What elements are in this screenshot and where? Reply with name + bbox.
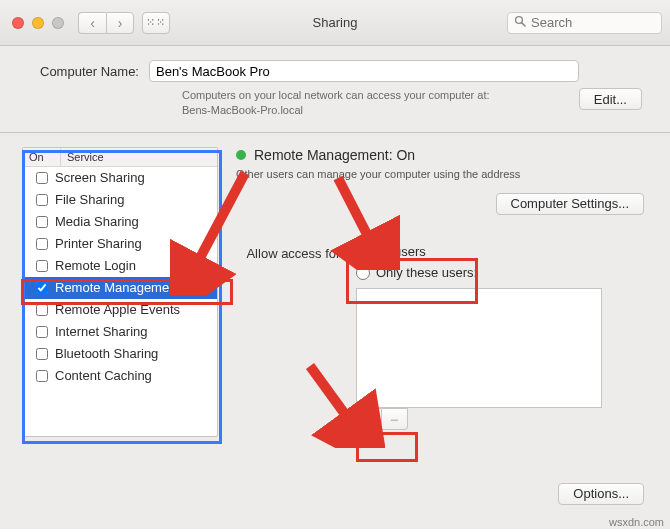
chevron-right-icon: › — [118, 15, 123, 31]
service-enable-checkbox[interactable] — [36, 238, 48, 250]
allowed-users-list[interactable] — [356, 288, 602, 408]
service-label: File Sharing — [55, 192, 124, 207]
service-enable-checkbox[interactable] — [36, 348, 48, 360]
minus-icon: − — [390, 411, 399, 428]
computer-name-help: Computers on your local network can acce… — [182, 88, 490, 118]
service-row[interactable]: Bluetooth Sharing — [23, 343, 217, 365]
service-label: Remote Login — [55, 258, 136, 273]
status-subtitle: Other users can manage your computer usi… — [236, 167, 556, 182]
service-row[interactable]: Internet Sharing — [23, 321, 217, 343]
service-label: Content Caching — [55, 368, 152, 383]
allow-access-radios: All users Only these users: — [356, 244, 477, 280]
allow-access-label: Allow access for: — [236, 244, 344, 280]
service-enable-checkbox[interactable] — [36, 370, 48, 382]
col-service: Service — [61, 148, 110, 166]
options-button[interactable]: Options... — [558, 483, 644, 505]
radio-all-users-input[interactable] — [356, 245, 370, 259]
radio-all-users-label: All users — [376, 244, 426, 259]
chevron-left-icon: ‹ — [90, 15, 95, 31]
col-on: On — [23, 148, 61, 166]
service-enable-checkbox[interactable] — [36, 172, 48, 184]
service-label: Media Sharing — [55, 214, 139, 229]
service-row[interactable]: Media Sharing — [23, 211, 217, 233]
service-enable-checkbox[interactable] — [36, 282, 48, 294]
radio-only-users[interactable]: Only these users: — [356, 265, 477, 280]
status-indicator-icon — [236, 150, 246, 160]
add-remove-users: + − — [356, 408, 648, 430]
show-all-button[interactable]: ⁙⁙ — [142, 12, 170, 34]
status-title: Remote Management: On — [254, 147, 415, 163]
computer-name-input[interactable] — [149, 60, 579, 82]
service-row[interactable]: Remote Management — [23, 277, 217, 299]
service-label: Remote Apple Events — [55, 302, 180, 317]
computer-settings-button[interactable]: Computer Settings... — [496, 193, 645, 215]
service-label: Remote Management — [55, 280, 180, 295]
search-icon — [514, 15, 526, 30]
services-list[interactable]: Screen SharingFile SharingMedia SharingP… — [23, 167, 217, 436]
back-button[interactable]: ‹ — [78, 12, 106, 34]
service-detail: Remote Management: On Other users can ma… — [236, 147, 648, 511]
service-enable-checkbox[interactable] — [36, 304, 48, 316]
forward-button[interactable]: › — [106, 12, 134, 34]
service-enable-checkbox[interactable] — [36, 326, 48, 338]
service-row[interactable]: Remote Login — [23, 255, 217, 277]
svg-line-1 — [522, 23, 525, 26]
search-input[interactable] — [531, 15, 655, 30]
service-label: Bluetooth Sharing — [55, 346, 158, 361]
window-controls — [12, 17, 64, 29]
radio-all-users[interactable]: All users — [356, 244, 477, 259]
sharing-body: On Service Screen SharingFile SharingMed… — [0, 133, 670, 529]
nav-back-forward: ‹ › — [78, 12, 134, 34]
radio-only-users-label: Only these users: — [376, 265, 477, 280]
services-table: On Service Screen SharingFile SharingMed… — [22, 147, 218, 437]
watermark: wsxdn.com — [609, 516, 664, 528]
close-window-button[interactable] — [12, 17, 24, 29]
search-field-wrap[interactable] — [507, 12, 662, 34]
zoom-window-button[interactable] — [52, 17, 64, 29]
titlebar: ‹ › ⁙⁙ Sharing — [0, 0, 670, 46]
service-enable-checkbox[interactable] — [36, 260, 48, 272]
service-label: Printer Sharing — [55, 236, 142, 251]
services-header: On Service — [23, 148, 217, 167]
minimize-window-button[interactable] — [32, 17, 44, 29]
service-label: Internet Sharing — [55, 324, 148, 339]
computer-name-panel: Computer Name: Computers on your local n… — [0, 46, 670, 133]
service-row[interactable]: Printer Sharing — [23, 233, 217, 255]
service-row[interactable]: Remote Apple Events — [23, 299, 217, 321]
computer-name-label: Computer Name: — [40, 64, 139, 79]
service-row[interactable]: Screen Sharing — [23, 167, 217, 189]
service-enable-checkbox[interactable] — [36, 194, 48, 206]
edit-hostname-button[interactable]: Edit... — [579, 88, 642, 110]
remove-user-button[interactable]: − — [382, 408, 408, 430]
service-row[interactable]: File Sharing — [23, 189, 217, 211]
plus-icon: + — [365, 411, 374, 428]
service-row[interactable]: Content Caching — [23, 365, 217, 387]
add-user-button[interactable]: + — [356, 408, 382, 430]
service-enable-checkbox[interactable] — [36, 216, 48, 228]
grid-icon: ⁙⁙ — [146, 16, 166, 29]
radio-only-users-input[interactable] — [356, 266, 370, 280]
service-label: Screen Sharing — [55, 170, 145, 185]
